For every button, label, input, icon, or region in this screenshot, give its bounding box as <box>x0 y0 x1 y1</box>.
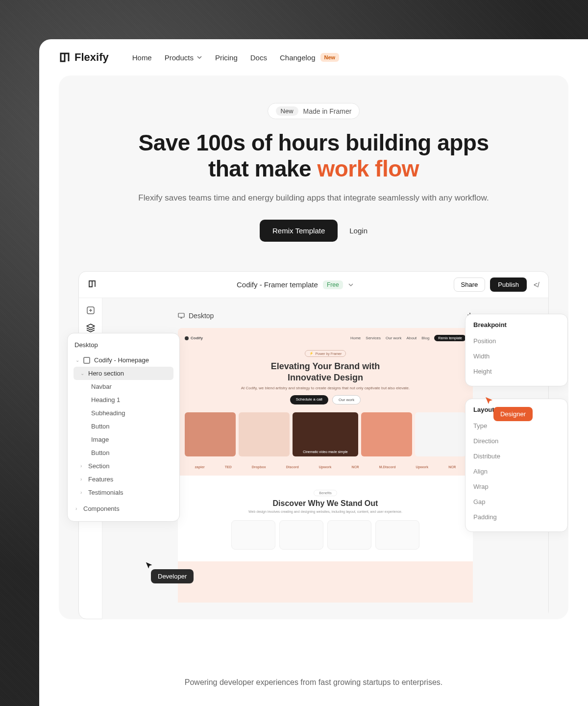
preview-pill: ⚡ Power by Framer <box>305 350 346 357</box>
nav-home[interactable]: Home <box>132 53 152 62</box>
canvas-label: Desktop <box>178 312 214 320</box>
free-tag: Free <box>323 280 343 289</box>
feature-card <box>375 520 419 550</box>
layers-head: Desktop <box>74 339 173 353</box>
preview-s2-title: Discover Why We Stand Out <box>185 499 466 508</box>
brand-logo[interactable]: Flexify <box>59 51 109 64</box>
brand-name: Flexify <box>74 51 109 64</box>
preview-heading: Elevating Your Brand withInnovative Desi… <box>185 361 466 383</box>
preview-cards: Cinematic video made simple <box>185 412 466 456</box>
preview-frame[interactable]: Codify Home Services Our work About Blog… <box>178 328 473 603</box>
preview-s2-sub: Web design involves creating and designi… <box>185 510 466 513</box>
pill-tag: New <box>276 106 298 116</box>
page-icon <box>83 357 90 364</box>
preview-cta-secondary: Our work <box>332 395 361 404</box>
layer-item[interactable]: Image <box>74 433 173 446</box>
layer-item[interactable]: Navbar <box>74 380 173 393</box>
logo-icon <box>59 51 71 63</box>
nav-links: Home Products Pricing Docs Changelog New <box>132 53 339 62</box>
prop-row[interactable]: Align <box>473 464 560 479</box>
add-icon[interactable] <box>86 306 95 315</box>
nav-changelog[interactable]: Changelog New <box>280 53 339 62</box>
preview-brand: Codify <box>185 336 203 340</box>
new-badge: New <box>320 53 340 62</box>
preview-cta-primary: Schedule a call <box>290 395 328 404</box>
hero-section: New Made in Framer Save 100s of hours bu… <box>59 76 568 619</box>
layer-root[interactable]: ⌄ Codify - Homepage <box>74 353 173 367</box>
feature-card <box>231 520 275 550</box>
top-nav: Flexify Home Products Pricing Docs Chang… <box>39 39 588 76</box>
preview-subheading: At Codify, we blend artistry and strateg… <box>185 386 466 390</box>
layer-item[interactable]: Heading 1 <box>74 393 173 406</box>
footer-text: Powering developer experiences from fast… <box>39 678 588 687</box>
hero-subhead: Flexify saves teams time and energy buil… <box>127 192 500 204</box>
prop-row[interactable]: Distribute <box>473 449 560 464</box>
trusted-logos: zapier TED Dropbox Discord Upwork NCR M.… <box>185 465 466 469</box>
app-icon <box>88 279 97 288</box>
code-icon[interactable]: </ <box>534 281 539 289</box>
hero-title: Save 100s of hours building apps that ma… <box>127 130 500 182</box>
hero-pill[interactable]: New Made in Framer <box>268 103 360 119</box>
nav-products[interactable]: Products <box>165 53 202 62</box>
panel-title: Breakpoint <box>473 321 560 328</box>
feature-card <box>279 520 323 550</box>
login-button[interactable]: Login <box>349 227 368 235</box>
layer-item[interactable]: ›Section <box>74 459 173 473</box>
prop-row[interactable]: Position <box>473 333 560 349</box>
layers-panel: Desktop ⌄ Codify - Homepage ⌄Hero sectio… <box>67 333 180 522</box>
svg-rect-1 <box>178 313 184 317</box>
chevron-down-icon[interactable] <box>348 282 354 288</box>
layer-item[interactable]: Button <box>74 446 173 459</box>
nav-docs[interactable]: Docs <box>250 53 267 62</box>
layer-item[interactable]: ›Features <box>74 473 173 486</box>
remix-template-button[interactable]: Remix Template <box>260 220 338 242</box>
preview-s2-pill: Benefits <box>314 490 337 496</box>
layer-item[interactable]: Subheading <box>74 406 173 420</box>
prop-row[interactable]: Gap <box>473 494 560 509</box>
nav-pricing[interactable]: Pricing <box>215 53 238 62</box>
chevron-down-icon <box>196 54 202 60</box>
pill-text: Made in Framer <box>303 107 352 115</box>
share-button[interactable]: Share <box>454 277 486 292</box>
prop-row[interactable]: Height <box>473 364 560 379</box>
editor-window: Codify - Framer template Free Share Publ… <box>78 271 549 619</box>
layer-item[interactable]: ⌄Hero section <box>74 367 173 380</box>
prop-row[interactable]: Wrap <box>473 479 560 494</box>
feature-card <box>327 520 371 550</box>
layers-icon[interactable] <box>86 324 95 332</box>
layer-item[interactable]: ›Testimonials <box>74 486 173 499</box>
document-title: Codify - Framer template <box>237 280 318 289</box>
breakpoint-panel: Breakpoint Position Width Height <box>465 314 568 386</box>
preview-nav-links: Home Services Our work About Blog Remix … <box>350 335 466 341</box>
layer-item[interactable]: Button <box>74 420 173 433</box>
prop-row[interactable]: Padding <box>473 509 560 525</box>
developer-tag: Developer <box>151 569 194 583</box>
desktop-icon <box>178 312 185 319</box>
cursor-icon <box>485 396 494 406</box>
layer-components[interactable]: ›Components <box>74 502 173 515</box>
designer-tag: Designer <box>493 407 533 421</box>
prop-row[interactable]: Direction <box>473 433 560 449</box>
prop-row[interactable]: Width <box>473 349 560 364</box>
cursor-icon <box>145 561 154 570</box>
publish-button[interactable]: Publish <box>490 277 527 292</box>
